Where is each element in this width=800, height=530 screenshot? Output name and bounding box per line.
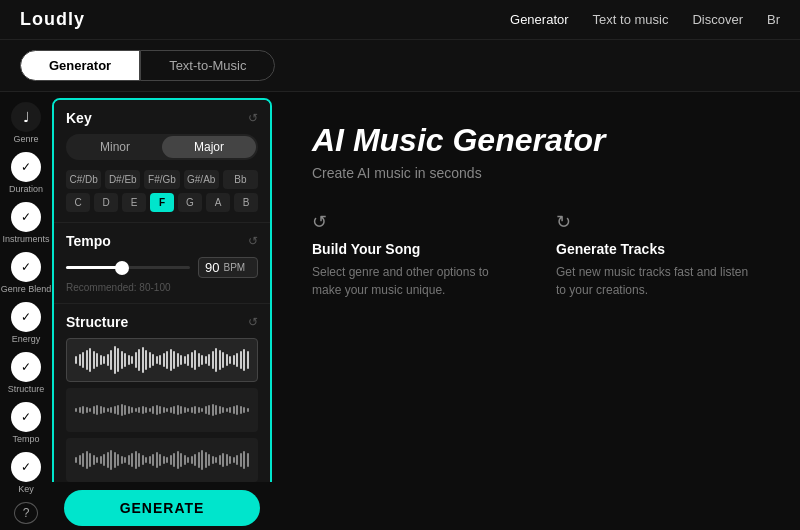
right-panel: AI Music Generator Create AI music in se… bbox=[272, 92, 800, 530]
generate-bar: GENERATE bbox=[52, 482, 272, 530]
key-c[interactable]: C bbox=[66, 193, 90, 212]
step-structure-label: Structure bbox=[8, 384, 45, 394]
duration-icon: ✓ bbox=[11, 152, 41, 182]
key-g[interactable]: G bbox=[178, 193, 202, 212]
nav-links: Generator Text to music Discover Br bbox=[510, 12, 780, 27]
genre-icon: ♩ bbox=[11, 102, 41, 132]
nav-text-to-music[interactable]: Text to music bbox=[593, 12, 669, 27]
ai-title: AI Music Generator bbox=[312, 122, 760, 159]
navbar: Loudly Generator Text to music Discover … bbox=[0, 0, 800, 40]
build-title: Build Your Song bbox=[312, 241, 516, 257]
step-duration[interactable]: ✓ Duration bbox=[9, 152, 43, 194]
step-genre-blend[interactable]: ✓ Genre Blend bbox=[1, 252, 52, 294]
key-mode-toggle: Minor Major bbox=[66, 134, 258, 160]
step-tempo[interactable]: ✓ Tempo bbox=[11, 402, 41, 444]
key-dsharp[interactable]: D#/Eb bbox=[105, 170, 140, 189]
structure-icon: ✓ bbox=[11, 352, 41, 382]
step-structure[interactable]: ✓ Structure bbox=[8, 352, 45, 394]
key-gsharp[interactable]: G#/Ab bbox=[184, 170, 219, 189]
energy-icon: ✓ bbox=[11, 302, 41, 332]
key-section-title: Key bbox=[66, 110, 92, 126]
main-wrap: ♩ Genre ✓ Duration ✓ Instruments ✓ Genre… bbox=[0, 92, 800, 530]
structure-title: Structure bbox=[66, 314, 128, 330]
step-energy[interactable]: ✓ Energy bbox=[11, 302, 41, 344]
key-d[interactable]: D bbox=[94, 193, 118, 212]
waveform-bars-2 bbox=[75, 394, 249, 426]
tab-generator[interactable]: Generator bbox=[20, 50, 140, 81]
key-b[interactable]: B bbox=[234, 193, 258, 212]
generate-button[interactable]: GENERATE bbox=[64, 490, 260, 526]
tempo-title: Tempo bbox=[66, 233, 111, 249]
step-instruments-label: Instruments bbox=[2, 234, 49, 244]
key-section: Key ↺ Minor Major C#/Db D#/Eb F#/Gb G#/A… bbox=[54, 100, 270, 223]
tempo-value: 90 bbox=[205, 260, 219, 275]
tempo-control: 90 BPM bbox=[66, 257, 258, 278]
tempo-track bbox=[66, 266, 190, 269]
step-tempo-label: Tempo bbox=[12, 434, 39, 444]
key-csharp[interactable]: C#/Db bbox=[66, 170, 101, 189]
waveform-2[interactable] bbox=[66, 388, 258, 432]
generate-title: Generate Tracks bbox=[556, 241, 760, 257]
tempo-section: Tempo ↺ 90 BPM Recommended: 80-100 bbox=[54, 223, 270, 304]
generate-icon: ↻ bbox=[556, 211, 760, 233]
tempo-icon: ✓ bbox=[11, 402, 41, 432]
key-row2: C D E F G A B bbox=[66, 193, 258, 212]
feature-build: ↺ Build Your Song Select genre and other… bbox=[312, 211, 516, 299]
step-genre-label: Genre bbox=[13, 134, 38, 144]
step-instruments[interactable]: ✓ Instruments bbox=[2, 202, 49, 244]
key-row1: C#/Db D#/Eb F#/Gb G#/Ab Bb bbox=[66, 170, 258, 189]
build-desc: Select genre and other options to make y… bbox=[312, 263, 516, 299]
ai-subtitle: Create AI music in seconds bbox=[312, 165, 760, 181]
key-section-header: Key ↺ bbox=[66, 110, 258, 126]
waveform-3[interactable] bbox=[66, 438, 258, 482]
key-reset[interactable]: ↺ bbox=[248, 111, 258, 125]
tempo-slider[interactable] bbox=[66, 260, 190, 276]
nav-discover[interactable]: Discover bbox=[692, 12, 743, 27]
structure-header: Structure ↺ bbox=[66, 314, 258, 330]
structure-reset[interactable]: ↺ bbox=[248, 315, 258, 329]
key-minor-btn[interactable]: Minor bbox=[68, 136, 162, 158]
key-major-btn[interactable]: Major bbox=[162, 136, 256, 158]
tempo-header: Tempo ↺ bbox=[66, 233, 258, 249]
waveform-1[interactable] bbox=[66, 338, 258, 382]
step-key-label: Key bbox=[18, 484, 34, 494]
generate-desc: Get new music tracks fast and listen to … bbox=[556, 263, 760, 299]
key-e[interactable]: E bbox=[122, 193, 146, 212]
tempo-unit: BPM bbox=[223, 262, 245, 273]
nav-generator[interactable]: Generator bbox=[510, 12, 569, 27]
step-key[interactable]: ✓ Key bbox=[11, 452, 41, 494]
sidebar-steps: ♩ Genre ✓ Duration ✓ Instruments ✓ Genre… bbox=[0, 92, 52, 530]
step-duration-label: Duration bbox=[9, 184, 43, 194]
key-a[interactable]: A bbox=[206, 193, 230, 212]
key-f[interactable]: F bbox=[150, 193, 174, 212]
waveform-bars-3 bbox=[75, 444, 249, 476]
features-row: ↺ Build Your Song Select genre and other… bbox=[312, 211, 760, 299]
tempo-reset[interactable]: ↺ bbox=[248, 234, 258, 248]
tempo-fill bbox=[66, 266, 122, 269]
key-fsharp[interactable]: F#/Gb bbox=[144, 170, 179, 189]
instruments-icon: ✓ bbox=[11, 202, 41, 232]
top-tabs: Generator Text-to-Music bbox=[0, 40, 800, 92]
nav-br[interactable]: Br bbox=[767, 12, 780, 27]
step-genre-blend-label: Genre Blend bbox=[1, 284, 52, 294]
feature-generate: ↻ Generate Tracks Get new music tracks f… bbox=[556, 211, 760, 299]
tab-text-to-music[interactable]: Text-to-Music bbox=[140, 50, 275, 81]
waveform-bars-1 bbox=[75, 344, 249, 376]
step-energy-label: Energy bbox=[12, 334, 41, 344]
key-icon: ✓ bbox=[11, 452, 41, 482]
build-icon: ↺ bbox=[312, 211, 516, 233]
genre-blend-icon: ✓ bbox=[11, 252, 41, 282]
tempo-value-box: 90 BPM bbox=[198, 257, 258, 278]
tempo-recommended: Recommended: 80-100 bbox=[66, 282, 258, 293]
tempo-thumb[interactable] bbox=[115, 261, 129, 275]
key-bb[interactable]: Bb bbox=[223, 170, 258, 189]
step-genre[interactable]: ♩ Genre bbox=[11, 102, 41, 144]
help-button[interactable]: ? bbox=[14, 502, 38, 524]
logo: Loudly bbox=[20, 9, 85, 30]
center-panel: Key ↺ Minor Major C#/Db D#/Eb F#/Gb G#/A… bbox=[52, 98, 272, 528]
